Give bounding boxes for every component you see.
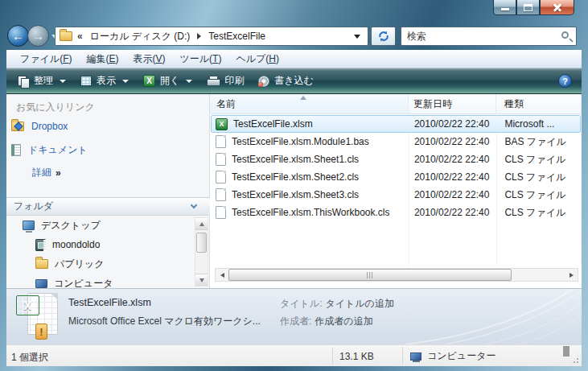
scrollbar-thumb[interactable] [228, 269, 512, 281]
excel-macro-file-icon [16, 293, 58, 341]
refresh-button[interactable] [371, 27, 396, 46]
statusbar-divider [402, 347, 403, 365]
dropbox-folder-icon [11, 122, 24, 131]
document-file-icon [216, 206, 226, 219]
author-meta-row: 作成者:作成者の追加 [280, 315, 373, 328]
tree-item-desktop[interactable]: デスクトップ [23, 219, 101, 232]
breadcrumb-overflow[interactable]: « [77, 31, 83, 42]
burn-button[interactable]: 書き込む [252, 71, 320, 91]
chevron-down-icon [191, 202, 197, 208]
title-meta-row: タイトル:タイトルの追加 [280, 297, 394, 311]
maximize-button[interactable] [516, 0, 540, 15]
print-button[interactable]: 印刷 [200, 71, 250, 91]
horizontal-scrollbar[interactable] [215, 268, 578, 282]
maximize-icon [524, 4, 532, 11]
document-file-icon [216, 135, 226, 148]
folder-icon [35, 259, 48, 269]
scroll-down-button[interactable] [195, 274, 208, 286]
column-header-type[interactable]: 種類 [496, 94, 582, 113]
titlebar[interactable] [0, 0, 588, 23]
selected-file-type: Microsoft Office Excel マクロ有効ワークシ... [68, 315, 261, 328]
organize-icon [18, 76, 29, 87]
close-button[interactable] [540, 0, 574, 15]
add-author-field[interactable]: 作成者の追加 [315, 315, 372, 327]
arrow-up-icon [199, 222, 204, 226]
search-input[interactable] [401, 27, 576, 45]
open-button[interactable]: 開く [137, 71, 199, 91]
chevron-down-icon [186, 80, 192, 83]
navigation-bar: « ローカル ディスク (D:) TestExcelFile [6, 23, 582, 50]
menu-edit[interactable]: 編集(E) [79, 51, 125, 68]
arrow-left-icon [220, 273, 224, 278]
address-bar[interactable]: « ローカル ディスク (D:) TestExcelFile [55, 27, 368, 46]
menu-file[interactable]: ファイル(F) [13, 51, 79, 68]
sidebar-item-documents[interactable]: ドキュメント [11, 143, 88, 157]
tree-item-public[interactable]: パブリック [35, 258, 104, 270]
file-list: 名前 更新日時 種類 TestExcelFile.xlsm 2010/02/22… [210, 94, 582, 288]
back-button[interactable] [7, 25, 29, 47]
breadcrumb-segment-drive[interactable]: ローカル ディスク (D:) [88, 30, 192, 43]
scroll-left-button[interactable] [216, 269, 228, 281]
navigation-pane: お気に入りリンク Dropbox ドキュメント 詳細 » フォルダ デスクトップ [6, 94, 210, 288]
menu-help[interactable]: ヘルプ(H) [228, 51, 286, 68]
file-row[interactable]: TestExcelFile.xlsm.Sheet3.cls 2010/02/22… [211, 186, 581, 204]
file-row[interactable]: TestExcelFile.xlsm.Module1.bas 2010/02/2… [211, 133, 581, 150]
document-file-icon [216, 188, 226, 201]
resize-grip-icon[interactable] [569, 354, 580, 365]
explorer-window: « ローカル ディスク (D:) TestExcelFile ファイル(F) 編… [0, 0, 588, 371]
breadcrumb-segment-folder[interactable]: TestExcelFile [207, 31, 267, 42]
folders-band[interactable]: フォルダ [6, 197, 210, 216]
excel-file-icon [216, 118, 228, 130]
scrollbar-thumb[interactable] [196, 233, 207, 253]
arrow-right-icon [569, 273, 574, 278]
breadcrumb-separator-icon [197, 33, 201, 39]
add-title-field[interactable]: タイトルの追加 [325, 298, 393, 309]
forward-button[interactable] [27, 25, 49, 47]
column-header-date[interactable]: 更新日時 [409, 94, 496, 113]
folder-icon [60, 31, 72, 41]
help-button[interactable] [558, 74, 572, 88]
computer-icon [410, 352, 421, 361]
file-row[interactable]: TestExcelFile.xlsm.Sheet1.cls 2010/02/22… [211, 150, 581, 168]
minimize-button[interactable] [493, 0, 516, 15]
documents-icon [11, 144, 21, 156]
favorite-links-header: お気に入りリンク [16, 101, 95, 114]
printer-icon [207, 76, 220, 86]
menu-view[interactable]: 表示(V) [125, 51, 172, 68]
document-file-icon [216, 153, 226, 166]
column-header-row: 名前 更新日時 種類 [210, 94, 582, 114]
user-profile-icon [35, 239, 46, 251]
more-links-button[interactable]: 詳細 » [32, 166, 60, 179]
statusbar-divider [332, 347, 333, 365]
minimize-icon [501, 8, 509, 10]
file-row[interactable]: TestExcelFile.xlsm.ThisWorkbook.cls 2010… [211, 204, 581, 221]
column-header-name[interactable]: 名前 [210, 94, 409, 113]
sidebar-item-dropbox[interactable]: Dropbox [11, 121, 68, 132]
scroll-up-button[interactable] [195, 218, 208, 230]
address-dropdown-icon[interactable] [354, 35, 360, 39]
desktop-icon [23, 221, 35, 230]
chevron-down-icon [60, 80, 66, 83]
organize-button[interactable]: 整理 [11, 71, 72, 91]
refresh-icon [377, 30, 390, 43]
sidebar-scrollbar[interactable] [195, 217, 208, 286]
caption-buttons [493, 0, 574, 15]
excel-icon [143, 75, 155, 87]
column-divider [581, 114, 582, 266]
scroll-right-button[interactable] [565, 269, 578, 281]
computer-icon [35, 279, 47, 288]
file-row[interactable]: TestExcelFile.xlsm.Sheet2.cls 2010/02/22… [211, 168, 581, 186]
menu-bar: ファイル(F) 編集(E) 表示(V) ツール(T) ヘルプ(H) [6, 50, 582, 68]
views-icon [80, 76, 92, 86]
views-button[interactable]: 表示 [74, 71, 135, 91]
file-row[interactable]: TestExcelFile.xlsm 2010/02/22 22:40 Micr… [211, 115, 581, 133]
macro-warning-icon [35, 324, 47, 340]
document-file-icon [216, 171, 226, 183]
status-bar: 1 個選択 13.1 KB コンピューター [6, 344, 582, 366]
main-content: お気に入りリンク Dropbox ドキュメント 詳細 » フォルダ デスクトップ [6, 94, 582, 288]
tree-item-user-profile[interactable]: moondoldo [35, 238, 100, 251]
search-box [401, 27, 577, 46]
menu-tools[interactable]: ツール(T) [173, 51, 229, 68]
selected-file-name: TestExcelFile.xlsm [68, 297, 151, 308]
location-indicator: コンピューター [410, 349, 495, 363]
